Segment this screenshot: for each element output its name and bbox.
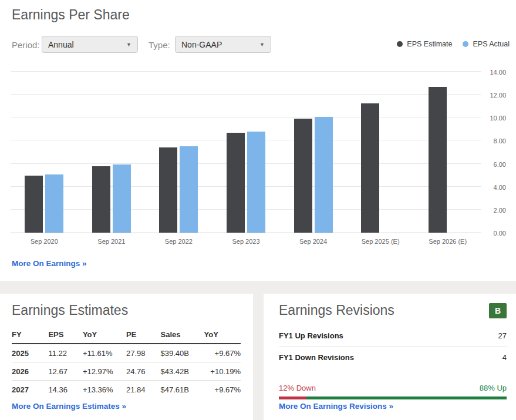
estimates-panel-title: Earnings Estimates	[12, 303, 241, 318]
chart-x-axis: Sep 2020Sep 2021Sep 2022Sep 2023Sep 2024…	[11, 238, 481, 247]
estimates-column-header: Sales	[160, 330, 204, 344]
bar-eps-estimate-sep-2026-e-[interactable]	[429, 87, 447, 233]
period-label: Period:	[12, 40, 40, 50]
earnings-per-share-section: Earnings Per Share Period: Annual ▼ Type…	[0, 0, 516, 281]
bar-eps-actual-sep-2023[interactable]	[247, 132, 265, 233]
x-axis-tick-label: Sep 2020	[31, 238, 58, 245]
period-dropdown-value: Annual	[48, 40, 74, 49]
up-percent-label: 88% Up	[480, 384, 507, 392]
earnings-estimates-table: FYEPSYoYPESalesYoY 202511.22+11.61%27.98…	[12, 330, 241, 398]
legend-item-eps-estimate[interactable]: EPS Estimate	[397, 40, 452, 48]
legend-dot-icon	[397, 41, 403, 47]
bar-eps-actual-sep-2021[interactable]	[113, 164, 131, 233]
down-segment	[279, 397, 306, 399]
bar-eps-estimate-sep-2021[interactable]	[92, 166, 110, 233]
more-on-earnings-estimates-link[interactable]: More On Earnings Estimates »	[12, 402, 126, 411]
bar-eps-estimate-sep-2025-e-[interactable]	[361, 103, 379, 233]
eps-bar-chart	[11, 72, 481, 233]
type-label: Type:	[149, 40, 170, 50]
table-cell: 2025	[12, 344, 48, 362]
fy1-down-revisions-row: FY1 Down Revisions 4	[279, 347, 507, 368]
table-row: 202511.22+11.61%27.98$39.40B+9.67%	[12, 344, 241, 362]
table-row: 202714.36+13.36%21.84$47.61B+9.67%	[12, 381, 241, 399]
y-axis-tick-label: 4.00	[483, 184, 506, 191]
bar-eps-estimate-sep-2023[interactable]	[227, 133, 245, 233]
table-cell: +9.67%	[204, 344, 241, 362]
page-title: Earnings Per Share	[12, 7, 130, 23]
y-axis-tick-label: 10.00	[483, 115, 506, 122]
gridline	[11, 209, 481, 210]
legend-item-eps-actual[interactable]: EPS Actual	[463, 40, 510, 48]
gridline	[11, 163, 481, 164]
fy1-up-revisions-label: FY1 Up Revisions	[279, 331, 343, 340]
table-cell: 12.67	[48, 362, 83, 381]
y-axis-tick-label: 12.00	[483, 92, 506, 99]
estimates-column-header: YoY	[204, 330, 241, 344]
fy1-down-revisions-value: 4	[502, 353, 507, 362]
chevron-down-icon: ▼	[259, 42, 265, 48]
table-cell: 2027	[12, 381, 48, 399]
earnings-estimates-panel: Earnings Estimates FYEPSYoYPESalesYoY 20…	[0, 294, 253, 420]
table-cell: +10.19%	[204, 362, 241, 381]
x-axis-tick-label: Sep 2025 (E)	[362, 238, 400, 245]
revisions-ratio-labels: 12% Down 88% Up	[279, 384, 507, 392]
more-on-earnings-link[interactable]: More On Earnings »	[12, 259, 87, 268]
down-percent-label: 12% Down	[279, 384, 316, 392]
table-cell: +12.97%	[83, 362, 126, 381]
gridline	[11, 117, 481, 117]
x-axis-tick-label: Sep 2024	[299, 238, 327, 245]
bar-eps-estimate-sep-2020[interactable]	[25, 176, 43, 233]
table-row: 202612.67+12.97%24.76$43.42B+10.19%	[12, 362, 241, 381]
y-axis-tick-label: 14.00	[483, 69, 506, 76]
table-cell: 27.98	[126, 344, 161, 362]
estimates-column-header: FY	[12, 330, 48, 344]
x-axis-tick-label: Sep 2026 (E)	[429, 238, 467, 245]
estimates-table-header: FYEPSYoYPESalesYoY	[12, 330, 241, 344]
table-cell: 14.36	[48, 381, 83, 399]
bar-eps-actual-sep-2024[interactable]	[315, 117, 333, 233]
panel-divider	[253, 294, 264, 420]
lower-panels-band: Earnings Estimates FYEPSYoYPESalesYoY 20…	[0, 281, 516, 420]
table-cell: 11.22	[48, 344, 83, 362]
fy1-up-revisions-value: 27	[498, 331, 507, 340]
gridline	[11, 71, 481, 72]
table-cell: 21.84	[126, 381, 161, 399]
type-dropdown[interactable]: Non-GAAP ▼	[175, 36, 271, 53]
bar-eps-estimate-sep-2024[interactable]	[294, 119, 312, 233]
x-axis-tick-label: Sep 2022	[165, 238, 193, 245]
bar-eps-actual-sep-2020[interactable]	[45, 174, 63, 233]
period-dropdown[interactable]: Annual ▼	[42, 36, 138, 53]
chart-legend: EPS Estimate EPS Actual	[397, 40, 510, 48]
revisions-panel-title: Earnings Revisions	[279, 303, 394, 318]
x-axis-tick-label: Sep 2023	[232, 238, 259, 245]
gridline	[11, 94, 481, 95]
chart-y-axis: 0.002.004.006.008.0010.0012.0014.00	[483, 72, 506, 233]
more-on-earnings-revisions-link[interactable]: More On Earnings Revisions »	[279, 402, 393, 411]
table-cell: $43.42B	[160, 362, 204, 381]
table-cell: +13.36%	[83, 381, 126, 399]
legend-label: EPS Actual	[473, 40, 510, 48]
table-cell: 2026	[12, 362, 48, 381]
x-axis-tick-label: Sep 2021	[97, 238, 125, 245]
estimates-column-header: EPS	[48, 330, 83, 344]
fy1-up-revisions-row: FY1 Up Revisions 27	[279, 328, 507, 347]
table-cell: 24.76	[126, 362, 161, 381]
estimates-column-header: YoY	[83, 330, 126, 344]
table-cell: $47.61B	[160, 381, 204, 399]
revisions-rows: FY1 Up Revisions 27 FY1 Down Revisions 4	[279, 328, 507, 368]
up-segment	[306, 397, 507, 399]
table-cell: +11.61%	[83, 344, 126, 362]
gridline	[11, 186, 481, 187]
revisions-grade-badge[interactable]: B	[489, 303, 507, 318]
estimates-column-header: PE	[126, 330, 161, 344]
legend-dot-icon	[463, 41, 468, 47]
type-dropdown-value: Non-GAAP	[181, 40, 222, 49]
bar-eps-actual-sep-2022[interactable]	[180, 146, 198, 233]
gridline	[11, 140, 481, 140]
legend-label: EPS Estimate	[407, 40, 452, 48]
y-axis-tick-label: 8.00	[483, 137, 506, 145]
table-cell: +9.67%	[204, 381, 241, 399]
fy1-down-revisions-label: FY1 Down Revisions	[279, 353, 354, 362]
y-axis-tick-label: 0.00	[483, 230, 506, 237]
bar-eps-estimate-sep-2022[interactable]	[159, 147, 177, 233]
